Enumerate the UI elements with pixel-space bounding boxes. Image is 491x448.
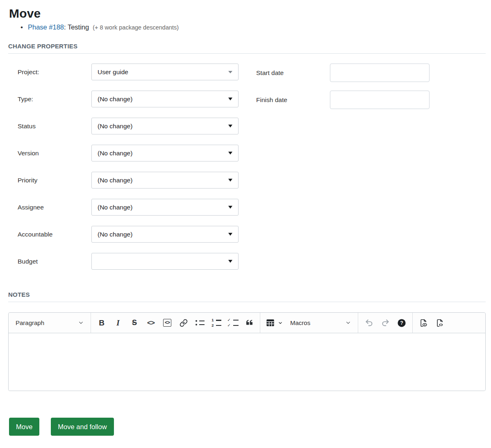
toolbar-separator <box>260 313 260 333</box>
page-title: Move <box>9 7 486 20</box>
start-date-input[interactable] <box>330 64 430 82</box>
assignee-label: Assignee <box>18 204 91 211</box>
accountable-label: Accountable <box>18 231 91 238</box>
numbered-list-icon: 1 2 <box>211 318 221 327</box>
status-select[interactable]: (No change) <box>91 118 239 134</box>
priority-select-value: (No change) <box>98 177 132 184</box>
bold-button[interactable]: B <box>93 315 110 331</box>
move-work-package-page: Move • Phase #188: Testing(+ 8 work pack… <box>0 7 491 436</box>
blockquote-icon <box>245 318 254 327</box>
notes-rich-text-editor: Paragraph B I S <> <> <box>8 312 486 391</box>
toolbar-separator <box>412 313 413 333</box>
chevron-down-icon <box>78 320 84 326</box>
form-row-project: Project: User guide <box>18 64 239 80</box>
budget-select[interactable] <box>91 253 239 270</box>
code-block-icon: <> <box>163 319 171 327</box>
blockquote-button[interactable] <box>241 315 257 331</box>
version-select-value: (No change) <box>98 150 132 157</box>
preview-icon <box>419 318 428 327</box>
inline-code-button[interactable]: <> <box>143 315 159 331</box>
project-select[interactable]: User guide <box>91 64 239 80</box>
paragraph-style-label: Paragraph <box>16 319 44 326</box>
form-actions: Move Move and follow <box>9 418 486 436</box>
form-row-budget: Budget <box>18 253 239 270</box>
status-select-value: (No change) <box>98 123 132 130</box>
code-block-button[interactable]: <> <box>159 315 175 331</box>
section-notes: NOTES <box>8 291 486 298</box>
form-row-start-date: Start date <box>256 64 430 82</box>
finish-date-input[interactable] <box>330 91 430 109</box>
bulleted-list-button[interactable] <box>192 315 208 331</box>
redo-icon <box>381 318 390 327</box>
project-select-value: User guide <box>98 68 128 76</box>
dropdown-arrow-icon <box>228 260 232 263</box>
toolbar-separator <box>91 313 91 333</box>
section-change-properties: CHANGE PROPERTIES <box>8 43 486 50</box>
descendants-note: (+ 8 work package descendants) <box>93 24 179 31</box>
insert-table-dropdown[interactable] <box>263 315 286 331</box>
project-label: Project: <box>18 68 91 76</box>
move-button[interactable]: Move <box>9 418 39 436</box>
version-select[interactable]: (No change) <box>91 145 239 161</box>
todo-list-icon: ✓ ✓ <box>227 318 239 327</box>
redo-button[interactable] <box>377 315 393 331</box>
bullet-icon: • <box>20 23 23 32</box>
form-row-finish-date: Finish date <box>256 91 430 109</box>
work-package-item: • Phase #188: Testing(+ 8 work package d… <box>8 23 486 32</box>
accountable-select[interactable]: (No change) <box>91 226 239 243</box>
numbered-list-button[interactable]: 1 2 <box>208 315 225 331</box>
assignee-select-value: (No change) <box>98 204 132 211</box>
italic-button[interactable]: I <box>110 315 126 331</box>
form-row-type: Type: (No change) <box>18 91 239 107</box>
work-package-title: : Testing <box>64 23 89 31</box>
form-row-assignee: Assignee (No change) <box>18 199 239 216</box>
status-label: Status <box>18 123 91 130</box>
link-button[interactable] <box>175 315 192 331</box>
work-package-list: • Phase #188: Testing(+ 8 work package d… <box>8 23 486 32</box>
undo-button[interactable] <box>361 315 377 331</box>
dropdown-arrow-icon <box>228 98 232 100</box>
work-package-link[interactable]: Phase #188 <box>28 23 64 31</box>
dropdown-arrow-icon <box>228 179 232 182</box>
type-select[interactable]: (No change) <box>91 91 239 107</box>
macros-dropdown[interactable]: Macros <box>286 315 355 331</box>
italic-icon: I <box>116 318 119 327</box>
dropdown-arrow-icon <box>228 206 232 209</box>
source-button[interactable] <box>432 315 448 331</box>
help-icon: ? <box>397 318 406 327</box>
priority-label: Priority <box>18 177 91 184</box>
dropdown-arrow-icon <box>228 71 232 73</box>
macros-label: Macros <box>290 319 310 326</box>
chevron-down-icon <box>278 321 283 325</box>
start-date-label: Start date <box>256 69 330 77</box>
toolbar-separator <box>358 313 358 333</box>
dropdown-arrow-icon <box>228 152 232 155</box>
strikethrough-button[interactable]: S <box>126 315 143 331</box>
bulleted-list-icon <box>195 320 205 325</box>
paragraph-style-dropdown[interactable]: Paragraph <box>11 315 88 331</box>
accountable-select-value: (No change) <box>98 231 132 238</box>
version-label: Version <box>18 150 91 157</box>
undo-icon <box>365 318 373 327</box>
section-divider <box>8 302 486 302</box>
form-row-priority: Priority (No change) <box>18 172 239 189</box>
type-select-value: (No change) <box>98 96 132 103</box>
chevron-down-icon <box>345 320 351 326</box>
todo-list-button[interactable]: ✓ ✓ <box>225 315 241 331</box>
source-code-icon <box>435 318 444 327</box>
form-row-version: Version (No change) <box>18 145 239 161</box>
priority-select[interactable]: (No change) <box>91 172 239 189</box>
bold-icon: B <box>99 318 105 327</box>
type-label: Type: <box>18 96 91 103</box>
dropdown-arrow-icon <box>228 125 232 127</box>
preview-button[interactable] <box>415 315 432 331</box>
finish-date-label: Finish date <box>256 96 330 104</box>
assignee-select[interactable]: (No change) <box>91 199 239 216</box>
svg-text:?: ? <box>400 320 403 326</box>
move-and-follow-button[interactable]: Move and follow <box>51 418 114 436</box>
help-button[interactable]: ? <box>393 315 410 331</box>
inline-code-icon: <> <box>147 319 155 327</box>
link-icon <box>180 319 188 327</box>
section-divider <box>8 53 486 54</box>
notes-editor-content[interactable] <box>9 333 485 391</box>
